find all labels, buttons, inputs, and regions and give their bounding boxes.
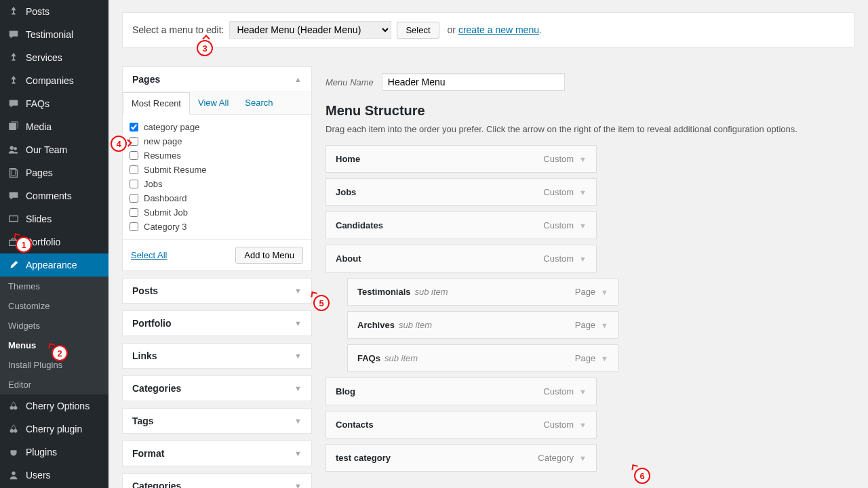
nav-slides[interactable]: Slides [0,207,108,230]
cherry-icon [7,399,20,413]
menu-item-faqs[interactable]: FAQssub itemPage ▼ [347,344,618,372]
pin-icon [7,5,20,18]
page-checkbox-item[interactable]: Submit Job [130,205,304,220]
nav-companies[interactable]: Companies [0,69,108,92]
subnav-customize[interactable]: Customize [0,296,108,316]
postbox-tags[interactable]: Tags▼ [123,409,311,433]
page-checkbox[interactable] [130,151,138,160]
svg-rect-2 [9,216,18,222]
svg-point-3 [10,406,14,409]
postbox-categories[interactable]: Categories▼ [123,474,311,488]
expand-icon: ▼ [294,352,302,360]
nav-comments[interactable]: Comments [0,184,108,207]
menu-item-testimonials[interactable]: Testimonialssub itemPage ▼ [347,278,618,306]
pin-icon [7,51,20,64]
main-content: Select a menu to edit: Header Menu (Head… [108,0,868,488]
chevron-down-icon: ▼ [579,255,587,263]
menu-item-about[interactable]: AboutCustom ▼ [326,245,597,272]
page-checkbox[interactable] [130,222,138,231]
expand-icon: ▼ [294,319,302,327]
tab-view-all[interactable]: View All [190,92,237,114]
menu-item-test-category[interactable]: test categoryCategory ▼ [326,444,597,472]
select-button[interactable]: Select [397,22,439,39]
chat-icon [7,28,20,41]
annotation-4: 4 [111,136,127,152]
postbox-format[interactable]: Format▼ [123,441,311,466]
slides-icon [7,212,20,226]
nav-appearance[interactable]: Appearance [0,253,108,277]
pages-tabs: Most RecentView AllSearch [123,92,311,115]
menu-select-dropdown[interactable]: Header Menu (Header Menu) [229,21,391,39]
nav-services[interactable]: Services [0,46,108,69]
expand-icon: ▼ [294,482,302,488]
page-checkbox[interactable] [130,180,138,188]
postbox-categories[interactable]: Categories▼ [123,376,311,401]
page-checkbox[interactable] [130,123,138,131]
chevron-down-icon: ▼ [601,354,608,363]
page-checkbox-item[interactable]: new page [130,134,304,148]
page-checkbox-item[interactable]: Submit Resume [130,163,304,177]
postbox-portfolio[interactable]: Portfolio▼ [123,311,311,336]
chevron-down-icon: ▼ [579,388,587,396]
chevron-down-icon: ▼ [579,188,587,197]
expand-icon: ▼ [294,417,302,425]
tab-most-recent[interactable]: Most Recent [123,92,190,115]
subnav-editor[interactable]: Editor [0,375,108,394]
page-checkbox-item[interactable]: Category 3 [130,220,304,234]
menu-select-bar: Select a menu to edit: Header Menu (Head… [122,12,854,47]
menu-item-archives[interactable]: Archivessub itemPage ▼ [347,311,618,339]
postbox-posts[interactable]: Posts▼ [123,279,311,303]
accordion-column: Pages ▲ Most RecentView AllSearch catego… [122,66,312,488]
menu-item-blog[interactable]: BlogCustom ▼ [326,378,597,405]
page-checkbox[interactable] [130,208,138,217]
page-checkbox[interactable] [130,194,138,203]
menu-name-input[interactable] [382,73,565,91]
nav-cherry-options[interactable]: Cherry Options [0,394,108,418]
svg-point-7 [12,472,15,475]
user-icon [7,468,20,482]
pages-postbox-header[interactable]: Pages ▲ [123,67,311,92]
annotation-6: 6 [634,468,650,484]
nav-faqs[interactable]: FAQs [0,92,108,115]
annotation-5: 5 [313,295,330,311]
menu-item-jobs[interactable]: JobsCustom ▼ [326,178,597,206]
subnav-widgets[interactable]: Widgets [0,316,108,336]
tab-search[interactable]: Search [237,92,281,114]
menu-item-candidates[interactable]: CandidatesCustom ▼ [326,211,597,239]
page-checkbox[interactable] [130,165,138,174]
collapse-icon: ▲ [294,75,302,83]
menu-structure-desc: Drag each item into the order you prefer… [326,124,854,134]
pages-postbox: Pages ▲ Most RecentView AllSearch catego… [122,66,312,271]
nav-our-team[interactable]: Our Team [0,138,108,161]
nav-cherry-plugin[interactable]: Cherry plugin [0,418,108,441]
chat-icon [7,97,20,110]
select-all-link[interactable]: Select All [131,250,167,260]
nav-posts[interactable]: Posts [0,0,108,23]
menu-item-contacts[interactable]: ContactsCustom ▼ [326,411,597,439]
svg-point-1 [14,147,17,150]
nav-users[interactable]: Users [0,464,108,487]
nav-pages[interactable]: Pages [0,161,108,184]
postbox-links[interactable]: Links▼ [123,344,311,368]
users-icon [7,143,20,157]
page-checkbox-item[interactable]: Jobs [130,177,304,191]
menu-structure-list: HomeCustom ▼JobsCustom ▼CandidatesCustom… [326,145,854,472]
page-checkbox-item[interactable]: category page [130,120,304,134]
nav-media[interactable]: Media [0,115,108,138]
create-menu-link[interactable]: create a new menu [458,24,539,35]
svg-point-4 [14,406,17,409]
menu-item-home[interactable]: HomeCustom ▼ [326,145,597,173]
media-icon [7,120,20,134]
page-checkbox-item[interactable]: Resumes [130,148,304,163]
menu-structure-heading: Menu Structure [326,103,854,119]
chevron-down-icon: ▼ [579,454,587,462]
page-checkbox-item[interactable]: Dashboard [130,191,304,205]
nav-plugins[interactable]: Plugins [0,441,108,464]
menu-edit-column: Menu Name Menu Structure Drag each item … [326,66,854,488]
add-to-menu-button[interactable]: Add to Menu [235,247,303,264]
chevron-down-icon: ▼ [601,321,608,329]
nav-testimonial[interactable]: Testimonial [0,23,108,46]
svg-point-5 [10,429,14,432]
subnav-themes[interactable]: Themes [0,277,108,296]
select-menu-label: Select a menu to edit: [132,24,224,35]
